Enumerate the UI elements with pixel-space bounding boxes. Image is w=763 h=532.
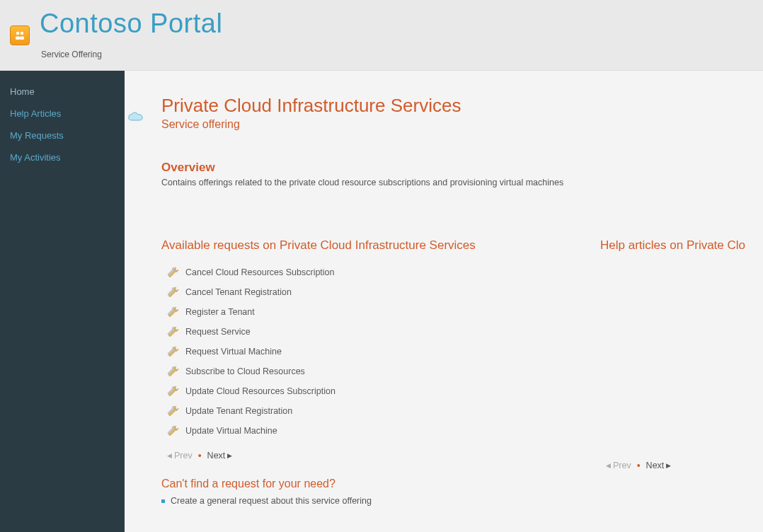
next-icon: ▶ (666, 462, 671, 469)
wrench-icon (167, 286, 180, 299)
request-item-label: Cancel Tenant Registration (185, 287, 292, 297)
request-item[interactable]: Update Virtual Machine (167, 421, 558, 441)
requests-pager: ◀Prev • Next▶ (161, 451, 558, 461)
wrench-icon (167, 266, 180, 279)
request-item[interactable]: Subscribe to Cloud Resources (167, 362, 558, 381)
request-item-label: Subscribe to Cloud Resources (185, 366, 305, 376)
request-item[interactable]: Update Cloud Resources Subscription (167, 381, 558, 401)
request-item-label: Update Cloud Resources Subscription (185, 386, 335, 396)
available-requests-heading: Available requests on Private Cloud Infr… (161, 238, 558, 253)
bullet-icon (161, 499, 165, 503)
svg-rect-3 (20, 37, 24, 40)
request-item-label: Update Virtual Machine (185, 426, 277, 436)
request-item[interactable]: Request Virtual Machine (167, 342, 558, 362)
page-subtitle: Service offering (161, 118, 763, 131)
wrench-icon (167, 405, 180, 417)
request-item[interactable]: Request Service (167, 322, 558, 342)
help-articles-heading: Help articles on Private Clo (600, 238, 763, 253)
request-list: Cancel Cloud Resources Subscription Canc… (161, 262, 558, 441)
wrench-icon (167, 306, 180, 318)
sidebar-item-my-requests[interactable]: My Requests (0, 125, 125, 146)
page-title: Private Cloud Infrastructure Services (161, 95, 763, 117)
sidebar: Home Help Articles My Requests My Activi… (0, 71, 125, 532)
prev-icon: ◀ (606, 462, 611, 469)
sidebar-item-my-activities[interactable]: My Activities (0, 146, 125, 168)
sidebar-item-help-articles[interactable]: Help Articles (0, 103, 125, 125)
request-item[interactable]: Register a Tenant (167, 302, 558, 322)
requests-prev-button[interactable]: ◀Prev (167, 451, 193, 461)
request-item-label: Request Service (185, 327, 251, 337)
request-item-label: Register a Tenant (185, 307, 255, 317)
svg-point-1 (21, 32, 24, 35)
available-requests-column: Available requests on Private Cloud Infr… (161, 238, 558, 506)
request-item-label: Cancel Cloud Resources Subscription (185, 267, 335, 277)
help-prev-button[interactable]: ◀Prev (606, 461, 631, 470)
svg-point-0 (16, 32, 20, 35)
help-next-button[interactable]: Next▶ (646, 461, 672, 470)
cloud-icon (127, 110, 144, 122)
next-icon: ▶ (227, 452, 232, 459)
main-content: Private Cloud Infrastructure Services Se… (125, 71, 763, 532)
body: Home Help Articles My Requests My Activi… (0, 71, 763, 532)
overview-text: Contains offerings related to the privat… (161, 178, 763, 187)
create-general-request-link[interactable]: Create a general request about this serv… (161, 496, 558, 506)
wrench-icon (167, 325, 180, 338)
not-found-heading: Can't find a request for your need? (161, 478, 558, 490)
help-articles-column: Help articles on Private Clo ◀Prev • Nex… (600, 238, 763, 506)
wrench-icon (167, 424, 180, 437)
overview-heading: Overview (161, 161, 763, 175)
header: Contoso Portal Service Offering (0, 0, 763, 71)
wrench-icon (167, 345, 180, 358)
request-item-label: Request Virtual Machine (185, 347, 282, 357)
wrench-icon (167, 365, 180, 378)
portal-logo-icon (10, 25, 30, 45)
header-subtitle: Service Offering (41, 50, 102, 59)
svg-rect-2 (16, 37, 20, 40)
prev-icon: ◀ (167, 452, 172, 459)
sidebar-item-home[interactable]: Home (0, 81, 125, 103)
help-pager: ◀Prev • Next▶ (600, 461, 763, 470)
request-item-label: Update Tenant Registration (185, 406, 292, 416)
not-found-section: Can't find a request for your need? Crea… (161, 478, 558, 506)
pager-dot-icon: • (637, 462, 641, 469)
portal-title[interactable]: Contoso Portal (40, 8, 222, 39)
create-general-request-label: Create a general request about this serv… (171, 496, 372, 506)
pager-dot-icon: • (198, 452, 202, 459)
request-item[interactable]: Cancel Cloud Resources Subscription (167, 262, 558, 282)
requests-next-button[interactable]: Next▶ (207, 451, 233, 461)
request-item[interactable]: Update Tenant Registration (167, 401, 558, 421)
request-item[interactable]: Cancel Tenant Registration (167, 282, 558, 302)
wrench-icon (167, 385, 180, 398)
